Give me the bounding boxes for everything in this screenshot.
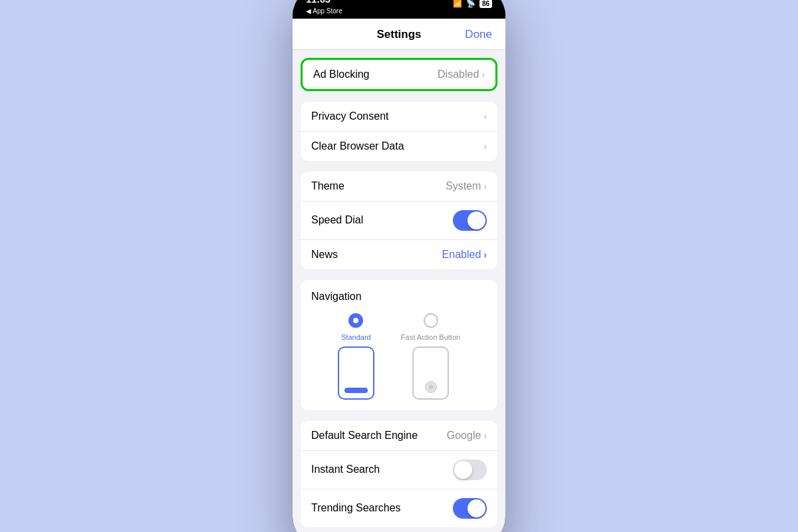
ad-blocking-right: Disabled ›: [438, 68, 485, 80]
signal-icon: 📶: [453, 0, 462, 8]
fast-action-option[interactable]: Fast Action Button: [401, 313, 460, 400]
theme-value: System: [446, 180, 481, 192]
status-back-label: ◀ App Store: [306, 7, 342, 15]
status-right: 📶 📡 86: [453, 0, 492, 8]
navigation-section: Navigation Standard Fast Action Button: [301, 280, 497, 410]
status-left: 11:03 ◀ App Store: [306, 0, 342, 15]
trending-searches-toggle[interactable]: [453, 498, 487, 519]
wifi-icon: 📡: [466, 0, 475, 8]
privacy-consent-right: ›: [483, 111, 487, 122]
fast-action-radio[interactable]: [424, 313, 438, 328]
default-search-engine-right: Google ›: [447, 430, 487, 442]
standard-label: Standard: [341, 333, 371, 341]
instant-search-label: Instant Search: [311, 464, 380, 475]
standard-radio-inner: [353, 318, 358, 323]
navigation-label: Navigation: [311, 291, 487, 303]
instant-search-toggle[interactable]: [453, 460, 487, 480]
default-search-engine-value: Google: [447, 430, 481, 442]
standard-option[interactable]: Standard: [338, 313, 374, 400]
screen-content: Settings Done Ad Blocking Disabled › Pri…: [293, 19, 505, 533]
done-button[interactable]: Done: [465, 28, 492, 41]
fast-action-button-illus: [425, 381, 437, 393]
speed-dial-toggle-thumb: [467, 211, 485, 229]
privacy-consent-label: Privacy Consent: [311, 110, 389, 122]
clear-browser-data-right: ›: [483, 141, 487, 152]
clear-browser-data-label: Clear Browser Data: [311, 140, 404, 152]
trending-searches-toggle-thumb: [467, 499, 485, 517]
ad-blocking-chevron: ›: [481, 69, 485, 80]
default-search-engine-label: Default Search Engine: [311, 430, 418, 442]
clear-browser-data-row[interactable]: Clear Browser Data ›: [301, 132, 497, 161]
trending-searches-right: [453, 498, 487, 519]
status-bar: 11:03 ◀ App Store 📶 📡 86: [293, 0, 505, 19]
standard-nav-bar: [344, 388, 368, 393]
standard-radio[interactable]: [348, 313, 363, 328]
instant-search-row[interactable]: Instant Search: [301, 451, 497, 489]
ad-blocking-row[interactable]: Ad Blocking Disabled ›: [303, 60, 495, 89]
fast-action-button-inner: [429, 385, 433, 389]
trending-searches-label: Trending Searches: [311, 502, 401, 514]
ad-blocking-label: Ad Blocking: [313, 68, 370, 80]
status-time: 11:03: [306, 0, 331, 5]
theme-label: Theme: [311, 180, 344, 192]
default-search-engine-row[interactable]: Default Search Engine Google ›: [301, 421, 497, 451]
instant-search-right: [453, 460, 487, 480]
search-group: Default Search Engine Google › Instant S…: [301, 421, 497, 527]
settings-title: Settings: [376, 28, 421, 41]
news-value: Enabled: [442, 249, 481, 261]
navigation-options: Standard Fast Action Button: [311, 313, 487, 400]
speed-dial-row[interactable]: Speed Dial: [301, 201, 497, 240]
clear-browser-data-chevron: ›: [483, 141, 487, 152]
fast-action-phone-illus: [412, 346, 449, 400]
news-chevron: ›: [483, 249, 487, 260]
ad-blocking-group: Ad Blocking Disabled ›: [301, 58, 497, 91]
theme-right: System ›: [446, 180, 487, 192]
speed-dial-label: Speed Dial: [311, 214, 363, 226]
appearance-group: Theme System › Speed Dial News: [301, 172, 497, 269]
theme-chevron: ›: [483, 181, 487, 192]
speed-dial-toggle[interactable]: [453, 210, 487, 231]
speed-dial-right: [453, 210, 487, 231]
default-search-engine-chevron: ›: [483, 430, 487, 441]
privacy-group: Privacy Consent › Clear Browser Data ›: [301, 102, 497, 161]
news-right: Enabled ›: [442, 249, 487, 261]
news-label: News: [311, 249, 338, 261]
privacy-consent-chevron: ›: [483, 111, 487, 122]
trending-searches-row[interactable]: Trending Searches: [301, 489, 497, 527]
phone-frame: 11:03 ◀ App Store 📶 📡 86 Settings Done A…: [293, 0, 505, 532]
privacy-consent-row[interactable]: Privacy Consent ›: [301, 102, 497, 132]
settings-body: Ad Blocking Disabled › Privacy Consent ›…: [293, 50, 505, 533]
nav-header: Settings Done: [293, 19, 505, 50]
fast-action-label: Fast Action Button: [401, 333, 460, 341]
battery-icon: 86: [479, 0, 492, 8]
news-row[interactable]: News Enabled ›: [301, 240, 497, 269]
instant-search-toggle-thumb: [454, 461, 472, 479]
ad-blocking-value: Disabled: [438, 68, 479, 80]
standard-phone-illus: [338, 346, 374, 400]
theme-row[interactable]: Theme System ›: [301, 172, 497, 201]
